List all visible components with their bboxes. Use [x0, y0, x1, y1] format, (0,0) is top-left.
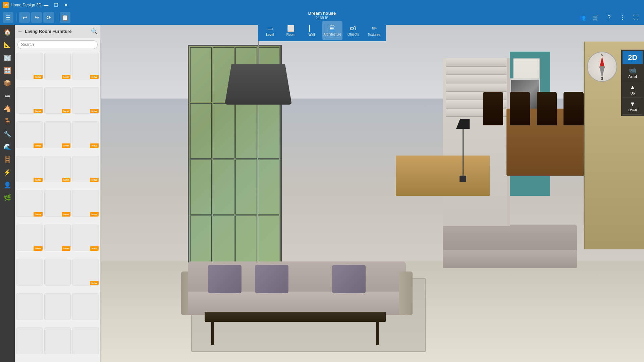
sidebar-measure[interactable]: 📐	[1, 39, 13, 51]
2d-mode-button[interactable]: 2D	[623, 51, 643, 64]
down-button[interactable]: ▼ Down	[623, 98, 643, 115]
tab-room[interactable]: ⬜ Room	[281, 21, 301, 40]
sidebar-animal[interactable]: 🐴	[1, 103, 13, 115]
aerial-button[interactable]: 📹 Aerial	[623, 64, 643, 81]
furniture-item-27[interactable]	[72, 327, 99, 354]
sidebar-electric[interactable]: ⚡	[1, 166, 13, 178]
tab-objects-label: Objects	[347, 33, 359, 36]
furniture-item-20[interactable]	[44, 259, 71, 286]
panel-header: ← Living Room Furniture 🔍	[15, 25, 100, 38]
furniture-item-8[interactable]: New	[44, 121, 71, 148]
more-button[interactable]: ⋮	[617, 12, 628, 23]
maximize-button[interactable]: ❐	[51, 0, 61, 10]
furniture-item-6[interactable]: New	[72, 87, 99, 114]
second-sofa	[443, 221, 577, 268]
sidebar-person[interactable]: 👤	[1, 179, 13, 191]
tab-wall[interactable]: ▏ Wall	[302, 21, 322, 40]
sidebar-chair[interactable]: 🪑	[1, 115, 13, 127]
close-button[interactable]: ✕	[61, 0, 71, 10]
title-bar: HD Home Design 3D — ❐ ✕	[0, 0, 644, 10]
center-tabs: Dream house 2169 ft² ▭ Level ⬜ Room ▏ Wa…	[258, 10, 386, 41]
sidebar-box[interactable]: 📦	[1, 77, 13, 89]
furniture-item-23[interactable]	[44, 293, 71, 320]
furniture-item-11[interactable]: New	[44, 156, 71, 183]
furniture-item-1[interactable]: New	[16, 53, 43, 79]
furniture-item-21[interactable]: New	[72, 259, 99, 286]
tab-objects[interactable]: 🛋 Objects	[343, 21, 363, 40]
sidebar-home[interactable]: 🏠	[1, 26, 13, 38]
redo-button[interactable]: ↪	[31, 12, 42, 23]
furniture-item-18[interactable]: New	[72, 225, 99, 251]
tab-level[interactable]: ▭ Level	[260, 21, 280, 40]
fullscreen-button[interactable]: ⛶	[631, 12, 641, 23]
floor-lamp	[456, 119, 470, 186]
tab-textures[interactable]: ✏ Textures	[364, 21, 384, 40]
new-badge-18: New	[90, 246, 99, 251]
search-input[interactable]	[17, 40, 98, 49]
furniture-item-9[interactable]: New	[72, 121, 99, 148]
3d-viewport[interactable]: N S 2D 📹 Aerial ▲ Up ▼ Down	[101, 25, 644, 362]
furniture-thumbnail-25	[16, 328, 43, 354]
furniture-item-4[interactable]: New	[16, 87, 43, 114]
furniture-item-25[interactable]	[16, 327, 43, 354]
sidebar-bed[interactable]: 🛏	[1, 90, 13, 102]
history-button[interactable]: ⟳	[43, 12, 54, 23]
menu-button[interactable]: ☰	[3, 12, 13, 23]
panel-back-button[interactable]: ←	[17, 28, 23, 35]
furniture-item-10[interactable]: New	[16, 156, 43, 183]
users-button[interactable]: 👥	[577, 12, 588, 23]
furniture-item-3[interactable]: New	[72, 53, 99, 79]
minimize-button[interactable]: —	[41, 0, 51, 10]
furniture-item-14[interactable]: New	[44, 190, 71, 217]
cart-button[interactable]: 🛒	[590, 12, 601, 23]
furniture-item-2[interactable]: New	[44, 53, 71, 79]
furniture-thumbnail-20	[45, 259, 71, 285]
furniture-item-26[interactable]	[44, 327, 71, 354]
sidebar-wave[interactable]: 🌊	[1, 141, 13, 153]
panel-search-icon[interactable]: 🔍	[91, 28, 98, 35]
sidebar-building[interactable]: 🏢	[1, 52, 13, 64]
up-button[interactable]: ▲ Up	[623, 81, 643, 98]
lamp-head	[456, 119, 470, 129]
new-badge-1: New	[34, 75, 42, 79]
furniture-item-19[interactable]	[16, 259, 43, 286]
up-icon: ▲	[630, 84, 636, 91]
sidebar-ladder[interactable]: 🪜	[1, 154, 13, 166]
window-pane	[258, 103, 279, 158]
undo-button[interactable]: ↩	[19, 12, 30, 23]
app-name: Home Design 3D	[11, 3, 41, 7]
project-title: Dream house	[308, 10, 336, 16]
help-button[interactable]: ?	[604, 12, 614, 23]
new-badge-3: New	[90, 75, 99, 79]
wall-icon: ▏	[309, 25, 314, 32]
furniture-item-13[interactable]: New	[16, 190, 43, 217]
furniture-thumbnail-22	[16, 294, 43, 320]
furniture-item-22[interactable]	[16, 293, 43, 320]
furniture-item-17[interactable]: New	[44, 225, 71, 251]
sidebar-window[interactable]: 🪟	[1, 64, 13, 76]
left-sidebar: 🏠 📐 🏢 🪟 📦 🛏 🐴 🪑 🔧 🌊 🪜 ⚡ 👤 🌿	[0, 25, 15, 362]
new-badge-9: New	[90, 143, 99, 148]
clipboard-button[interactable]: 📋	[60, 12, 70, 23]
furniture-item-12[interactable]: New	[72, 156, 99, 183]
furniture-item-7[interactable]: New	[16, 121, 43, 148]
window-pane	[213, 160, 234, 215]
panel-title: Living Room Furniture	[25, 29, 89, 34]
furniture-item-15[interactable]: New	[72, 190, 99, 217]
sidebar-plant[interactable]: 🌿	[1, 192, 13, 204]
tab-architecture[interactable]: 🏛 Architecture	[322, 21, 342, 40]
furniture-item-24[interactable]	[72, 293, 99, 320]
lamp-base	[460, 176, 466, 182]
toolbar-separator-2	[57, 13, 57, 21]
new-badge-4: New	[34, 109, 42, 113]
down-label: Down	[628, 108, 637, 112]
sofa-pillow-3	[332, 265, 366, 293]
new-badge-14: New	[62, 212, 70, 217]
furniture-item-16[interactable]: New	[16, 225, 43, 251]
new-badge-5: New	[62, 109, 70, 113]
dining-chair-4	[564, 92, 584, 125]
lamp-pole	[463, 129, 464, 176]
tab-wall-label: Wall	[308, 33, 315, 37]
furniture-item-5[interactable]: New	[44, 87, 71, 114]
sidebar-tools[interactable]: 🔧	[1, 128, 13, 140]
